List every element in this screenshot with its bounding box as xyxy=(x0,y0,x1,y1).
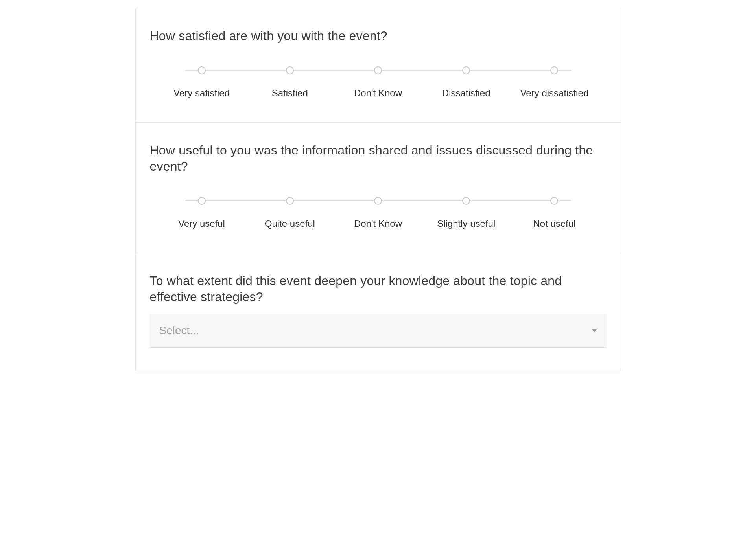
radio-dot-icon xyxy=(462,197,470,205)
likert-label: Very dissatisfied xyxy=(520,88,588,99)
radio-dot-icon xyxy=(462,66,470,74)
radio-dot-icon xyxy=(286,66,294,74)
radio-dot-icon xyxy=(286,197,294,205)
likert-label: Slightly useful xyxy=(437,218,495,229)
radio-dot-icon xyxy=(550,197,558,205)
likert-label: Not useful xyxy=(533,218,575,229)
likert-scale: Very useful Quite useful Don't Know Slig… xyxy=(150,197,607,229)
select-dropdown[interactable]: Select... xyxy=(150,314,607,348)
likert-option-very-useful[interactable]: Very useful xyxy=(158,197,246,229)
question-title: How useful to you was the information sh… xyxy=(150,142,607,175)
likert-label: Very satisfied xyxy=(173,88,230,99)
likert-option-slightly-useful[interactable]: Slightly useful xyxy=(422,197,510,229)
likert-scale: Very satisfied Satisfied Don't Know Diss… xyxy=(150,66,607,99)
question-card-satisfaction: How satisfied are with you with the even… xyxy=(136,8,621,123)
radio-dot-icon xyxy=(374,197,382,205)
likert-label: Quite useful xyxy=(265,218,315,229)
likert-option-quite-useful[interactable]: Quite useful xyxy=(246,197,334,229)
likert-label: Don't Know xyxy=(354,218,402,229)
likert-label: Satisfied xyxy=(272,88,308,99)
question-title: How satisfied are with you with the even… xyxy=(150,28,607,44)
likert-option-satisfied[interactable]: Satisfied xyxy=(246,66,334,99)
likert-option-dissatisfied[interactable]: Dissatisfied xyxy=(422,66,510,99)
question-card-knowledge: To what extent did this event deepen you… xyxy=(136,253,621,371)
radio-dot-icon xyxy=(198,197,206,205)
caret-down-icon xyxy=(592,329,597,332)
likert-option-very-satisfied[interactable]: Very satisfied xyxy=(158,66,246,99)
likert-option-dont-know[interactable]: Don't Know xyxy=(334,66,422,99)
radio-dot-icon xyxy=(374,66,382,74)
question-card-usefulness: How useful to you was the information sh… xyxy=(136,123,621,253)
likert-label: Dissatisfied xyxy=(442,88,490,99)
select-placeholder: Select... xyxy=(159,324,199,337)
question-title: To what extent did this event deepen you… xyxy=(150,273,607,305)
radio-dot-icon xyxy=(198,66,206,74)
likert-label: Very useful xyxy=(178,218,225,229)
likert-option-not-useful[interactable]: Not useful xyxy=(510,197,598,229)
radio-dot-icon xyxy=(550,66,558,74)
likert-option-very-dissatisfied[interactable]: Very dissatisfied xyxy=(510,66,598,99)
likert-label: Don't Know xyxy=(354,88,402,99)
likert-option-dont-know[interactable]: Don't Know xyxy=(334,197,422,229)
survey-container: How satisfied are with you with the even… xyxy=(135,8,621,371)
